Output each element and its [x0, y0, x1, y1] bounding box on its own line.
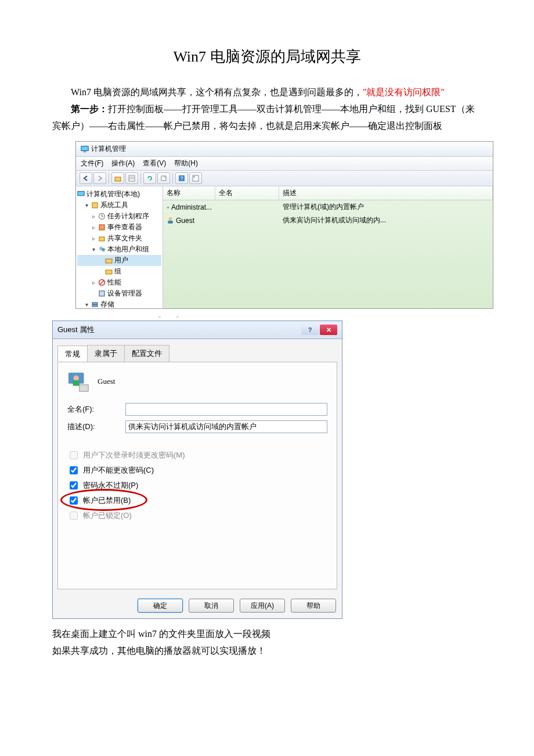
user-avatar-icon	[67, 370, 89, 393]
cancel-button[interactable]: 取消	[189, 599, 234, 613]
svg-rect-32	[168, 221, 173, 224]
mgmt-titlebar: 计算机管理	[76, 142, 493, 157]
caret-icon: ▾	[91, 246, 96, 253]
tree-label: 系统工具	[100, 200, 128, 210]
tree-node-5[interactable]: 用户	[77, 255, 161, 266]
tree-label: 共享文件夹	[107, 233, 142, 243]
tree-label: 事件查看器	[107, 222, 142, 232]
desc-input[interactable]	[125, 420, 327, 433]
check-label: 用户不能更改密码(C)	[83, 465, 154, 476]
tree-node-7[interactable]: ▹性能	[77, 277, 161, 288]
checkbox-row-3[interactable]: 帐户已禁用(B)	[67, 495, 327, 506]
tree-node-9[interactable]: ▾存储	[77, 299, 161, 308]
help-icon: ?	[178, 175, 185, 182]
toolbar-sep2	[140, 172, 141, 184]
help-button[interactable]: ?	[175, 172, 188, 184]
checkbox-3[interactable]	[70, 496, 78, 505]
folder-icon	[105, 268, 113, 275]
user-row-1[interactable]: Guest供来宾访问计算机或访问域的内...	[163, 214, 493, 227]
col-desc[interactable]: 描述	[279, 186, 493, 200]
help-window-button[interactable]: ?	[301, 325, 319, 335]
svg-point-34	[73, 376, 79, 381]
user-row-0[interactable]: Administrat...管理计算机(域)的内置帐户	[163, 200, 493, 214]
svg-rect-24	[99, 291, 104, 296]
cell-desc: 供来宾访问计算机或访问域的内...	[279, 215, 493, 226]
cell-desc: 管理计算机(域)的内置帐户	[279, 201, 493, 213]
svg-rect-3	[129, 175, 135, 181]
svg-rect-11	[78, 192, 84, 196]
tree-node-3[interactable]: ▹共享文件夹	[77, 233, 161, 244]
svg-rect-10	[193, 176, 195, 178]
menu-view[interactable]: 查看(V)	[143, 159, 166, 168]
step1-label: 第一步：	[71, 104, 108, 114]
share-icon	[98, 235, 106, 242]
ok-button[interactable]: 确定	[138, 599, 183, 613]
forward-button[interactable]	[93, 172, 106, 184]
mgmt-toolbar: ?	[76, 171, 493, 186]
tree-label: 用户	[114, 255, 128, 265]
svg-rect-0	[81, 146, 88, 151]
user-icon	[167, 203, 169, 211]
dialog-tabs: 常规 隶属于 配置文件	[57, 345, 337, 362]
close-window-button[interactable]: ✕	[320, 325, 337, 335]
tree-root[interactable]: 计算机管理(本地)	[77, 189, 161, 200]
menu-action[interactable]: 操作(A)	[111, 159, 135, 168]
tab-general[interactable]: 常规	[57, 345, 88, 362]
cell-name: Guest	[163, 215, 215, 226]
back-button[interactable]	[80, 172, 92, 184]
checkbox-row-0: 用户下次登录时须更改密码(M)	[67, 449, 327, 461]
dialog-button-row: 确定 取消 应用(A) 帮助	[53, 594, 342, 618]
tree-node-1[interactable]: ▹任务计划程序	[77, 211, 161, 222]
view-button[interactable]	[189, 172, 202, 184]
svg-text:?: ?	[180, 175, 183, 181]
svg-rect-16	[99, 225, 104, 230]
col-fullname[interactable]: 全名	[215, 186, 279, 200]
menu-file[interactable]: 文件(F)	[81, 159, 103, 168]
svg-rect-30	[167, 207, 169, 208]
tree-node-6[interactable]: 组	[77, 266, 161, 277]
tab-profile[interactable]: 配置文件	[124, 345, 169, 362]
guest-properties-dialog: Guest 属性 ? ✕ 常规 隶属于 配置文件 Guest 全名(F): 描述…	[52, 321, 342, 619]
tree-root-label: 计算机管理(本地)	[86, 189, 140, 199]
export-icon	[160, 175, 167, 182]
toolbar-sep	[109, 172, 109, 184]
svg-rect-36	[80, 385, 88, 391]
checkbox-4	[70, 512, 78, 520]
checkbox-1[interactable]	[70, 466, 78, 474]
mgmt-tree[interactable]: 计算机管理(本地) ▾系统工具▹任务计划程序▹事件查看器▹共享文件夹▾本地用户和…	[76, 186, 163, 308]
caret-icon: ▹	[91, 279, 96, 286]
refresh-button[interactable]	[143, 172, 156, 184]
user-row: Guest	[67, 370, 327, 393]
svg-rect-21	[106, 270, 112, 274]
up-button[interactable]	[111, 172, 124, 184]
check-label: 用户下次登录时须更改密码(M)	[83, 450, 185, 460]
checkbox-row-2[interactable]: 密码永不过期(P)	[67, 480, 327, 491]
caret-icon	[91, 290, 96, 297]
checkbox-row-4: 帐户已锁定(O)	[67, 510, 327, 521]
tree-node-4[interactable]: ▾本地用户和组	[77, 244, 161, 255]
col-name[interactable]: 名称	[163, 186, 215, 200]
apply-button[interactable]: 应用(A)	[240, 599, 285, 613]
caret-icon: ▾	[84, 301, 89, 308]
svg-rect-25	[92, 303, 98, 304]
post-line2: 如果共享成功，其他电脑的播放器就可以实现播放！	[52, 643, 482, 660]
mgmt-menubar: 文件(F) 操作(A) 查看(V) 帮助(H)	[76, 157, 493, 171]
checkbox-row-1[interactable]: 用户不能更改密码(C)	[67, 465, 327, 476]
post-line1: 我在桌面上建立个叫 win7 的文件夹里面放入一段视频	[52, 626, 482, 643]
intro-text: Win7 电脑资源的局域网共享，这个稍有点复杂，也是遇到问题最多的，	[71, 87, 363, 97]
export-button[interactable]	[157, 172, 170, 184]
fullname-input[interactable]	[125, 403, 327, 416]
help-dialog-button[interactable]: 帮助	[291, 599, 336, 613]
cell-fullname	[215, 201, 279, 213]
svg-rect-12	[92, 203, 98, 208]
properties-button[interactable]	[125, 172, 138, 184]
fullname-row: 全名(F):	[67, 403, 327, 416]
svg-line-23	[100, 280, 104, 285]
checkbox-2[interactable]	[70, 481, 78, 489]
tab-memberof[interactable]: 隶属于	[87, 345, 125, 362]
menu-help[interactable]: 帮助(H)	[174, 159, 198, 168]
tree-node-8[interactable]: 设备管理器	[77, 288, 161, 299]
tree-node-0[interactable]: ▾系统工具	[77, 200, 161, 211]
tree-node-2[interactable]: ▹事件查看器	[77, 222, 161, 233]
user-name: Guest	[98, 377, 115, 386]
